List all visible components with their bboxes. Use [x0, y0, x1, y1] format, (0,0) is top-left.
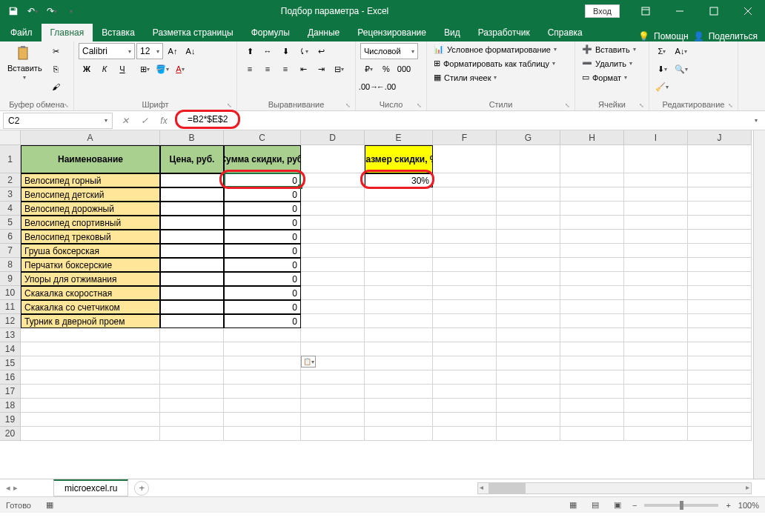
tab-formulas[interactable]: Формулы	[242, 24, 299, 41]
fx-icon[interactable]: fx	[154, 113, 173, 129]
cell[interactable]	[433, 314, 497, 328]
cell[interactable]	[624, 145, 688, 173]
col-header-b[interactable]: B	[160, 130, 224, 145]
cell[interactable]	[365, 272, 433, 286]
tab-help[interactable]: Справка	[539, 24, 592, 41]
cell[interactable]	[497, 272, 560, 286]
item-price[interactable]	[160, 258, 224, 272]
cell[interactable]	[160, 342, 224, 356]
cell[interactable]	[365, 328, 433, 342]
sheet-prev-icon[interactable]: ◂	[6, 483, 10, 493]
cell[interactable]	[624, 286, 688, 300]
cell[interactable]	[301, 342, 365, 356]
cell[interactable]	[365, 230, 433, 244]
col-header-f[interactable]: F	[433, 130, 497, 145]
cell[interactable]	[497, 286, 560, 300]
fill-color-icon[interactable]: 🪣▾	[154, 61, 170, 77]
tab-developer[interactable]: Разработчик	[469, 24, 539, 41]
font-color-icon[interactable]: А▾	[172, 61, 188, 77]
copy-icon[interactable]: ⎘	[48, 61, 64, 77]
cell-styles-button[interactable]: ▦ Стили ячеек▾	[431, 71, 499, 84]
currency-icon[interactable]: ₽▾	[360, 61, 377, 77]
item-discount[interactable]: 0	[224, 244, 301, 258]
tab-insert[interactable]: Вставка	[93, 24, 144, 41]
align-right-icon[interactable]: ≡	[277, 61, 294, 77]
cell[interactable]	[688, 356, 752, 370]
cell[interactable]	[497, 173, 560, 187]
cell[interactable]	[160, 328, 224, 342]
cell[interactable]	[365, 342, 433, 356]
row-header-10[interactable]: 10	[0, 286, 21, 300]
cell[interactable]	[365, 385, 433, 399]
cell[interactable]	[688, 385, 752, 399]
cell[interactable]	[365, 300, 433, 314]
horizontal-scrollbar[interactable]: ◂ ▸	[477, 482, 752, 494]
cell[interactable]	[688, 187, 752, 202]
cell[interactable]	[560, 399, 624, 413]
cell[interactable]	[688, 314, 752, 328]
cell[interactable]	[560, 342, 624, 356]
cell[interactable]	[433, 286, 497, 300]
item-name[interactable]: Велосипед дорожный	[21, 202, 160, 216]
cell[interactable]	[560, 370, 624, 385]
cell[interactable]	[224, 399, 301, 413]
underline-button[interactable]: Ч	[114, 61, 130, 77]
cell[interactable]	[560, 244, 624, 258]
expand-formula-icon[interactable]: ▾	[747, 117, 765, 124]
cell[interactable]	[301, 216, 365, 230]
cell[interactable]	[560, 356, 624, 370]
item-discount[interactable]: 0	[224, 286, 301, 300]
align-center-icon[interactable]: ≡	[259, 61, 276, 77]
worksheet-grid[interactable]: ABCDEFGHIJ 12345678910111213141516171819…	[0, 130, 765, 479]
format-cells-button[interactable]: ▭ Формат▾	[580, 71, 629, 84]
row-header-8[interactable]: 8	[0, 258, 21, 272]
cell[interactable]	[497, 370, 560, 385]
row-header-13[interactable]: 13	[0, 328, 21, 342]
cell[interactable]	[301, 427, 365, 441]
autosum-icon[interactable]: Σ▾	[654, 43, 670, 59]
cell[interactable]	[433, 370, 497, 385]
cell[interactable]	[365, 244, 433, 258]
tab-review[interactable]: Рецензирование	[348, 24, 435, 41]
cell[interactable]	[433, 187, 497, 202]
fill-handle[interactable]	[298, 184, 302, 189]
cell[interactable]	[560, 272, 624, 286]
insert-cells-button[interactable]: ➕ Вставить▾	[580, 43, 638, 56]
cell[interactable]	[688, 244, 752, 258]
cell[interactable]	[688, 258, 752, 272]
cell[interactable]	[301, 385, 365, 399]
tab-home[interactable]: Главная	[42, 24, 93, 41]
cell[interactable]	[624, 328, 688, 342]
row-header-4[interactable]: 4	[0, 202, 21, 216]
cell[interactable]	[497, 145, 560, 173]
cell[interactable]	[224, 342, 301, 356]
row-header-7[interactable]: 7	[0, 244, 21, 258]
cut-icon[interactable]: ✂	[48, 43, 64, 59]
row-header-16[interactable]: 16	[0, 370, 21, 385]
cell[interactable]	[497, 202, 560, 216]
cell[interactable]	[497, 314, 560, 328]
delete-cells-button[interactable]: ➖ Удалить▾	[580, 57, 635, 70]
cell[interactable]	[160, 356, 224, 370]
align-left-icon[interactable]: ≡	[242, 61, 258, 77]
cell[interactable]	[365, 286, 433, 300]
clear-icon[interactable]: 🧹▾	[654, 79, 670, 95]
cell[interactable]	[624, 173, 688, 187]
italic-button[interactable]: К	[96, 61, 113, 77]
find-select-icon[interactable]: 🔍▾	[673, 61, 689, 77]
cell[interactable]	[433, 216, 497, 230]
cell[interactable]	[301, 314, 365, 328]
row-header-6[interactable]: 6	[0, 230, 21, 244]
tab-data[interactable]: Данные	[299, 24, 348, 41]
cell[interactable]	[365, 187, 433, 202]
redo-icon[interactable]: ↷▾	[43, 2, 61, 20]
conditional-format-button[interactable]: 📊 Условное форматирование▾	[431, 43, 559, 56]
align-bottom-icon[interactable]: ⬇	[277, 43, 294, 59]
cell[interactable]	[688, 145, 752, 173]
fill-icon[interactable]: ⬇▾	[654, 61, 670, 77]
cell[interactable]	[433, 145, 497, 173]
item-name[interactable]: Груша боксерская	[21, 244, 160, 258]
item-price[interactable]	[160, 286, 224, 300]
indent-right-icon[interactable]: ⇥	[313, 61, 329, 77]
cell[interactable]	[160, 370, 224, 385]
